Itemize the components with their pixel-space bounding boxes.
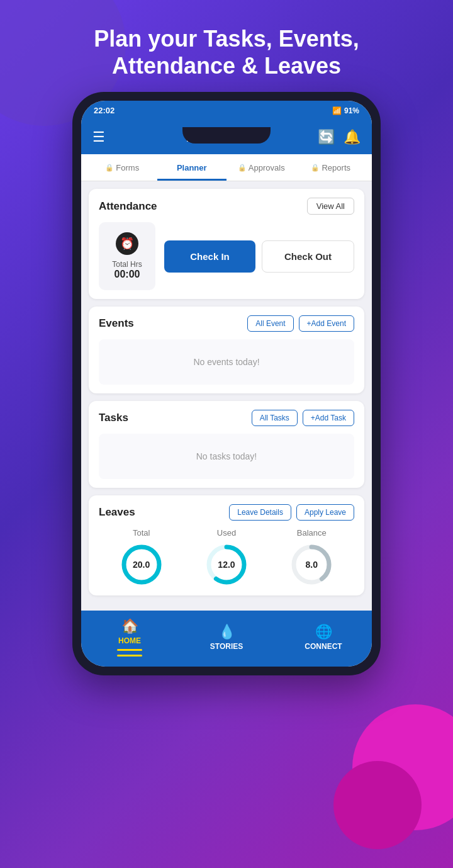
- total-value: 20.0: [133, 560, 150, 570]
- balance-circle: 8.0: [289, 543, 333, 587]
- bottom-nav: 🏠 HOME 💧 STORIES 🌐 CONNECT: [81, 611, 372, 667]
- phone-frame: 22:02 📶 91% ☰ Planner 🔄 🔔 🔒 Forms Planne…: [72, 92, 381, 675]
- battery-text: 91%: [344, 106, 359, 115]
- app-content: Attendance View All ⏰ Total Hrs 00:00 Ch…: [81, 181, 372, 611]
- tab-planner[interactable]: Planner: [157, 154, 227, 181]
- tasks-title: Tasks: [99, 412, 128, 424]
- approvals-lock-icon: 🔒: [238, 164, 247, 172]
- status-icons: 📶 91%: [332, 106, 359, 115]
- attendance-card: Attendance View All ⏰ Total Hrs 00:00 Ch…: [89, 189, 364, 299]
- leave-stat-balance: Balance 8.0: [289, 528, 333, 587]
- home-icon: 🏠: [121, 618, 138, 634]
- tab-planner-label: Planner: [177, 163, 207, 172]
- tab-reports-label: Reports: [322, 163, 350, 172]
- leaves-card: Leaves Leave Details Apply Leave Total: [89, 495, 364, 595]
- tasks-header: Tasks All Tasks +Add Task: [99, 410, 354, 426]
- total-hrs-label: Total Hrs: [108, 260, 147, 269]
- total-label: Total: [120, 528, 164, 538]
- connect-label: CONNECT: [305, 642, 342, 651]
- tab-approvals[interactable]: 🔒 Approvals: [226, 154, 296, 181]
- attendance-header: Attendance View All: [99, 198, 354, 215]
- page-header: Plan your Tasks, Events,Attendance & Lea…: [56, 0, 397, 92]
- nav-connect[interactable]: 🌐 CONNECT: [275, 624, 372, 651]
- attendance-body: ⏰ Total Hrs 00:00 Check In Check Out: [99, 222, 354, 290]
- total-hrs-value: 00:00: [108, 269, 147, 280]
- check-out-button[interactable]: Check Out: [262, 240, 354, 273]
- header-action-icons: 🔄 🔔: [318, 129, 361, 145]
- used-circle: 12.0: [204, 543, 249, 587]
- add-task-button[interactable]: +Add Task: [303, 410, 354, 426]
- leaves-actions: Leave Details Apply Leave: [229, 504, 354, 521]
- active-indicator: [117, 649, 142, 651]
- phone-notch: [182, 127, 271, 144]
- reports-lock-icon: 🔒: [311, 164, 320, 172]
- events-header: Events All Event +Add Event: [99, 315, 354, 332]
- phone-screen: 22:02 📶 91% ☰ Planner 🔄 🔔 🔒 Forms Planne…: [81, 101, 372, 667]
- clock-icon: ⏰: [116, 232, 138, 255]
- stories-label: STORIES: [210, 642, 243, 651]
- events-actions: All Event +Add Event: [247, 315, 354, 332]
- leave-stats: Total 20.0 Used: [99, 528, 354, 587]
- leaves-header: Leaves Leave Details Apply Leave: [99, 504, 354, 521]
- status-time: 22:02: [94, 106, 115, 115]
- used-label: Used: [204, 528, 249, 538]
- balance-label: Balance: [289, 528, 333, 538]
- total-circle: 20.0: [120, 543, 164, 587]
- connect-icon: 🌐: [315, 624, 332, 640]
- all-event-button[interactable]: All Event: [247, 315, 293, 332]
- attendance-title: Attendance: [99, 200, 157, 213]
- tab-approvals-label: Approvals: [249, 163, 285, 172]
- home-label: HOME: [118, 636, 141, 645]
- tasks-actions: All Tasks +Add Task: [252, 410, 354, 426]
- leave-stat-total: Total 20.0: [120, 528, 164, 587]
- status-bar: 22:02 📶 91%: [81, 101, 372, 120]
- wifi-icon: 📶: [332, 106, 342, 115]
- tab-bar: 🔒 Forms Planner 🔒 Approvals 🔒 Reports: [81, 154, 372, 181]
- no-tasks-message: No tasks today!: [99, 434, 354, 479]
- page-headline: Plan your Tasks, Events,Attendance & Lea…: [94, 25, 359, 79]
- no-events-message: No events today!: [99, 339, 354, 385]
- total-hrs-box: ⏰ Total Hrs 00:00: [99, 222, 155, 290]
- nav-stories[interactable]: 💧 STORIES: [178, 624, 275, 651]
- nav-home[interactable]: 🏠 HOME: [81, 618, 178, 657]
- menu-icon[interactable]: ☰: [92, 129, 105, 145]
- checkin-buttons: Check In Check Out: [164, 240, 354, 273]
- used-value: 12.0: [218, 560, 235, 570]
- view-all-button[interactable]: View All: [307, 198, 354, 215]
- leaves-title: Leaves: [99, 506, 135, 519]
- stories-icon: 💧: [218, 624, 235, 640]
- notification-icon[interactable]: 🔔: [344, 129, 361, 145]
- tasks-card: Tasks All Tasks +Add Task No tasks today…: [89, 401, 364, 488]
- add-event-button[interactable]: +Add Event: [299, 315, 354, 332]
- forms-lock-icon: 🔒: [105, 164, 114, 172]
- tab-reports[interactable]: 🔒 Reports: [296, 154, 366, 181]
- refresh-icon[interactable]: 🔄: [318, 129, 335, 145]
- apply-leave-button[interactable]: Apply Leave: [296, 504, 354, 521]
- tab-forms[interactable]: 🔒 Forms: [87, 154, 157, 181]
- leave-stat-used: Used 12.0: [204, 528, 249, 587]
- leave-details-button[interactable]: Leave Details: [229, 504, 291, 521]
- tab-forms-label: Forms: [116, 163, 139, 172]
- events-card: Events All Event +Add Event No events to…: [89, 307, 364, 393]
- all-tasks-button[interactable]: All Tasks: [252, 410, 298, 426]
- events-title: Events: [99, 317, 134, 330]
- check-in-button[interactable]: Check In: [164, 240, 255, 273]
- balance-value: 8.0: [306, 560, 318, 570]
